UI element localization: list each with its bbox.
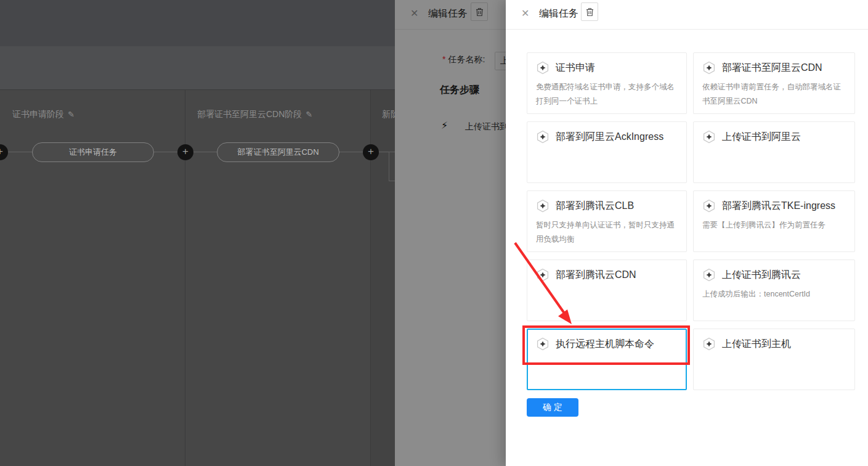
card-upload-aliyun[interactable]: 上传证书到阿里云 xyxy=(693,121,855,183)
hexagon-badge-icon xyxy=(702,130,716,144)
drawer-header: ✕ 编辑任务 xyxy=(506,0,868,30)
task-node-cert-apply[interactable]: 证书申请任务 xyxy=(32,142,154,162)
add-stage-button[interactable]: + xyxy=(363,144,379,160)
card-title: 部署到阿里云AckIngress xyxy=(556,131,663,144)
card-desc: 免费通配符域名证书申请，支持多个域名打到同一个证书上 xyxy=(536,80,678,108)
hexagon-badge-icon xyxy=(702,337,716,351)
card-title: 上传证书到腾讯云 xyxy=(722,269,801,282)
pipeline-canvas: 证书申请阶段✎ 部署证书至阿里云CDN阶段✎ 新阶段 证书申请任务 部署证书至阿… xyxy=(0,89,395,466)
card-deploy-aliyun-cdn[interactable]: 部署证书至阿里云CDN 依赖证书申请前置任务，自动部署域名证书至阿里云CDN xyxy=(693,52,855,114)
card-title: 执行远程主机脚本命令 xyxy=(556,338,654,351)
hexagon-badge-icon xyxy=(536,337,550,351)
top-navbar xyxy=(0,0,395,46)
hexagon-badge-icon xyxy=(536,199,550,213)
card-title: 部署到腾讯云TKE-ingress xyxy=(722,200,835,213)
drawer-title: 编辑任务 xyxy=(539,7,578,20)
hexagon-badge-icon xyxy=(536,130,550,144)
card-deploy-tencent-clb[interactable]: 部署到腾讯云CLB 暂时只支持单向认证证书，暂时只支持通用负载均衡 xyxy=(527,190,687,252)
edit-task-drawer-back: ✕ 编辑任务 *任务名称: 任务步骤 ⚡ 上传证书到主机 xyxy=(395,0,506,466)
stage-title: 新阶段 xyxy=(382,109,395,120)
edit-task-drawer-front: ✕ 编辑任务 证书申请 免费通配符域名证书申请，支持多个域名打到同一个证书 xyxy=(506,0,868,466)
new-task-placeholder[interactable] xyxy=(389,152,395,181)
stage-title: 证书申请阶段✎ xyxy=(12,109,75,120)
stage-title: 部署证书至阿里云CDN阶段✎ xyxy=(197,109,312,120)
card-deploy-tencent-tke-ingress[interactable]: 部署到腾讯云TKE-ingress 需要【上传到腾讯云】作为前置任务 xyxy=(693,190,855,252)
add-stage-button[interactable]: + xyxy=(177,144,193,160)
pipeline-toolbar xyxy=(0,46,395,89)
stage-name: 部署证书至阿里云CDN阶段 xyxy=(197,109,302,119)
hexagon-badge-icon xyxy=(702,268,716,282)
card-desc: 上传成功后输出：tencentCertId xyxy=(702,287,846,301)
card-exec-remote-script[interactable]: 执行远程主机脚本命令 xyxy=(527,329,687,390)
trash-icon xyxy=(586,7,594,17)
stage-name: 证书申请阶段 xyxy=(12,109,64,119)
card-cert-apply[interactable]: 证书申请 免费通配符域名证书申请，支持多个域名打到同一个证书上 xyxy=(527,52,687,114)
stage-name: 新阶段 xyxy=(382,109,395,119)
edit-icon[interactable]: ✎ xyxy=(306,110,312,119)
drawer-dim-overlay xyxy=(395,0,506,466)
card-title: 部署到腾讯云CDN xyxy=(556,269,636,282)
card-upload-host[interactable]: 上传证书到主机 xyxy=(693,329,855,390)
confirm-button[interactable]: 确 定 xyxy=(527,398,578,417)
card-upload-tencent[interactable]: 上传证书到腾讯云 上传成功后输出：tencentCertId xyxy=(693,260,855,321)
app-root: 证书申请阶段✎ 部署证书至阿里云CDN阶段✎ 新阶段 证书申请任务 部署证书至阿… xyxy=(0,0,868,466)
card-desc: 依赖证书申请前置任务，自动部署域名证书至阿里云CDN xyxy=(702,80,846,108)
card-title: 上传证书到阿里云 xyxy=(722,131,801,144)
card-title: 上传证书到主机 xyxy=(722,338,791,351)
card-desc: 暂时只支持单向认证证书，暂时只支持通用负载均衡 xyxy=(536,218,678,247)
card-desc: 需要【上传到腾讯云】作为前置任务 xyxy=(702,218,846,232)
hexagon-badge-icon xyxy=(536,61,550,75)
card-deploy-tencent-cdn[interactable]: 部署到腾讯云CDN xyxy=(527,260,687,321)
task-node-deploy-aliyun-cdn[interactable]: 部署证书至阿里云CDN xyxy=(217,142,339,162)
delete-task-button[interactable] xyxy=(581,2,598,21)
card-deploy-aliyun-ackingress[interactable]: 部署到阿里云AckIngress xyxy=(527,121,687,183)
card-title: 部署证书至阿里云CDN xyxy=(722,62,822,75)
close-icon[interactable]: ✕ xyxy=(521,7,529,19)
edit-icon[interactable]: ✎ xyxy=(68,110,75,119)
hexagon-badge-icon xyxy=(702,199,716,213)
task-type-grid: 证书申请 免费通配符域名证书申请，支持多个域名打到同一个证书上 部署证书至阿里云… xyxy=(527,52,855,390)
hexagon-badge-icon xyxy=(536,268,550,282)
card-title: 部署到腾讯云CLB xyxy=(556,200,634,213)
hexagon-badge-icon xyxy=(702,61,716,75)
workflow-editor: 证书申请阶段✎ 部署证书至阿里云CDN阶段✎ 新阶段 证书申请任务 部署证书至阿… xyxy=(0,0,395,466)
card-title: 证书申请 xyxy=(556,62,595,75)
